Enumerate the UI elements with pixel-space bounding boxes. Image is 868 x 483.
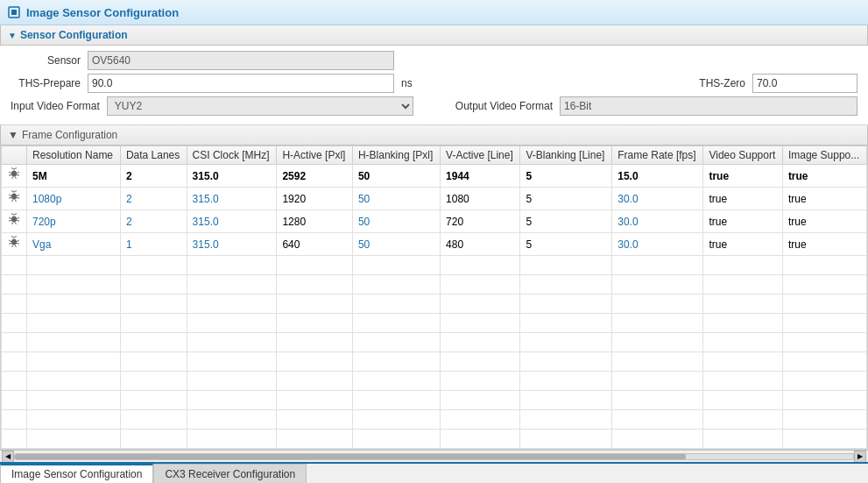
tab-cx3-receiver-label: CX3 Receiver Configuration bbox=[165, 468, 295, 480]
sensor-config-form: Sensor THS-Prepare ns THS-Zero Input Vid… bbox=[0, 46, 868, 125]
sensor-input[interactable] bbox=[88, 51, 394, 70]
cell-csi-clock: 315.0 bbox=[187, 210, 277, 233]
input-video-select[interactable]: YUY2 bbox=[107, 96, 413, 116]
cell-resolution-name: 720p bbox=[27, 210, 121, 233]
sensor-label: Sensor bbox=[11, 54, 81, 67]
cell-v-active: 1080 bbox=[441, 188, 520, 210]
table-row[interactable]: 5M 2 315.0 2592 50 1944 5 15.0 true true bbox=[2, 165, 867, 188]
table-row-empty bbox=[2, 333, 867, 352]
ths-prepare-unit: ns bbox=[401, 77, 413, 89]
output-video-input bbox=[560, 96, 857, 116]
tab-image-sensor-label: Image Sensor Configuration bbox=[11, 468, 142, 480]
table-header-row: Resolution Name Data Lanes CSI Clock [MH… bbox=[2, 146, 867, 165]
ths-row: THS-Prepare ns THS-Zero bbox=[11, 74, 857, 93]
svg-line-31 bbox=[14, 237, 17, 238]
table-row-empty bbox=[2, 314, 867, 333]
sensor-row: Sensor bbox=[11, 51, 857, 70]
svg-line-27 bbox=[12, 223, 14, 225]
svg-line-13 bbox=[14, 191, 17, 193]
table-row-empty bbox=[2, 295, 867, 314]
cell-v-active: 720 bbox=[441, 210, 520, 233]
cell-video-support: true bbox=[703, 233, 782, 256]
ths-zero-input[interactable] bbox=[752, 74, 857, 93]
sensor-icon bbox=[7, 5, 21, 19]
svg-line-23 bbox=[9, 217, 12, 219]
scroll-left-arrow[interactable]: ◀ bbox=[2, 451, 14, 463]
cell-csi-clock: 315.0 bbox=[187, 188, 277, 210]
table-row[interactable]: Vga 1 315.0 640 50 480 5 30.0 true true bbox=[2, 233, 867, 256]
svg-line-10 bbox=[15, 177, 17, 180]
scroll-right-arrow[interactable]: ▶ bbox=[854, 451, 866, 463]
ths-zero-label: THS-Zero bbox=[684, 77, 745, 89]
svg-point-20 bbox=[11, 217, 17, 223]
svg-line-4 bbox=[14, 168, 17, 170]
cell-h-blanking: 50 bbox=[352, 210, 440, 233]
col-v-active: V-Active [Line] bbox=[441, 146, 520, 165]
cell-v-active: 480 bbox=[441, 233, 520, 256]
cell-data-lanes: 2 bbox=[120, 165, 187, 188]
cell-data-lanes: 2 bbox=[120, 188, 187, 210]
svg-line-6 bbox=[9, 175, 12, 176]
row-icon-cell bbox=[2, 233, 27, 256]
svg-point-29 bbox=[11, 239, 17, 245]
cell-frame-rate: 15.0 bbox=[612, 165, 703, 188]
svg-line-19 bbox=[15, 200, 17, 202]
svg-line-34 bbox=[17, 240, 20, 242]
svg-line-37 bbox=[15, 245, 17, 248]
input-video-label: Input Video Format bbox=[11, 100, 100, 112]
col-v-blanking: V-Blanking [Line] bbox=[520, 146, 612, 165]
cell-data-lanes: 2 bbox=[120, 210, 187, 233]
cell-h-active: 640 bbox=[277, 233, 353, 256]
ths-prepare-label: THS-Prepare bbox=[11, 77, 81, 89]
svg-line-32 bbox=[9, 240, 12, 242]
svg-point-11 bbox=[11, 194, 17, 200]
title-bar: Image Sensor Configuration bbox=[0, 0, 868, 25]
cell-frame-rate: 30.0 bbox=[612, 188, 703, 210]
cell-image-support: true bbox=[782, 210, 866, 233]
col-resolution-name: Resolution Name bbox=[27, 146, 121, 165]
table-row[interactable]: 1080p 2 315.0 1920 50 1080 5 30.0 true t… bbox=[2, 188, 867, 210]
cell-resolution-name: 1080p bbox=[27, 188, 121, 210]
cell-video-support: true bbox=[703, 165, 782, 188]
tab-image-sensor[interactable]: Image Sensor Configuration bbox=[0, 464, 153, 483]
svg-line-15 bbox=[9, 198, 12, 199]
cell-frame-rate: 30.0 bbox=[612, 233, 703, 256]
svg-line-14 bbox=[9, 195, 12, 196]
cell-h-blanking: 50 bbox=[352, 165, 440, 188]
video-format-row: Input Video Format YUY2 Output Video For… bbox=[11, 96, 857, 116]
col-h-active: H-Active [Pxl] bbox=[277, 146, 353, 165]
col-data-lanes: Data Lanes bbox=[120, 146, 187, 165]
cell-h-active: 1920 bbox=[277, 188, 353, 210]
col-icon bbox=[2, 146, 27, 165]
cell-image-support: true bbox=[782, 233, 866, 256]
frame-collapse-arrow: ▼ bbox=[8, 129, 18, 141]
scrollbar-track[interactable] bbox=[14, 453, 854, 460]
svg-line-12 bbox=[11, 191, 14, 193]
svg-line-5 bbox=[9, 172, 12, 174]
col-frame-rate: Frame Rate [fps] bbox=[612, 146, 703, 165]
col-image-support: Image Suppo... bbox=[782, 146, 866, 165]
ths-prepare-input[interactable] bbox=[88, 74, 394, 93]
cell-h-blanking: 50 bbox=[352, 188, 440, 210]
h-scrollbar[interactable]: ◀ ▶ bbox=[0, 450, 868, 462]
scrollbar-thumb[interactable] bbox=[15, 454, 686, 459]
cell-data-lanes: 1 bbox=[120, 233, 187, 256]
table-row-empty bbox=[2, 391, 867, 410]
frame-config-section-header[interactable]: ▼ Frame Configuration bbox=[0, 125, 868, 146]
table-row[interactable]: 720p 2 315.0 1280 50 720 5 30.0 true tru… bbox=[2, 210, 867, 233]
collapse-arrow: ▼ bbox=[8, 31, 17, 40]
svg-line-35 bbox=[17, 244, 20, 245]
svg-line-17 bbox=[17, 198, 20, 199]
cell-resolution-name: 5M bbox=[27, 165, 121, 188]
frame-config-label: Frame Configuration bbox=[22, 129, 117, 141]
sensor-config-section-header[interactable]: ▼ Sensor Configuration bbox=[0, 25, 868, 46]
tab-cx3-receiver[interactable]: CX3 Receiver Configuration bbox=[153, 464, 307, 483]
output-video-label: Output Video Format bbox=[455, 100, 553, 112]
cell-image-support: true bbox=[782, 165, 866, 188]
cell-v-blanking: 5 bbox=[520, 188, 612, 210]
table-row-empty bbox=[2, 430, 867, 449]
cell-csi-clock: 315.0 bbox=[187, 165, 277, 188]
page-title: Image Sensor Configuration bbox=[26, 6, 179, 19]
svg-line-24 bbox=[9, 221, 12, 222]
svg-line-8 bbox=[17, 175, 20, 176]
